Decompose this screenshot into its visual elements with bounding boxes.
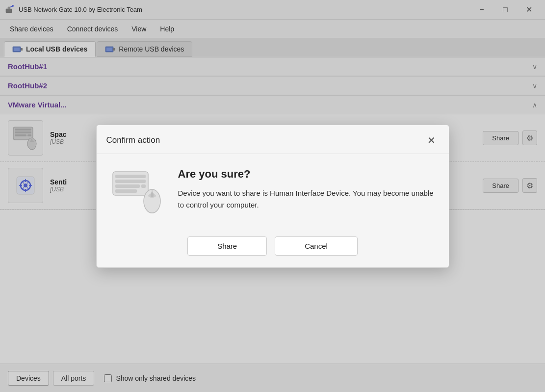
svg-rect-30: [151, 192, 154, 197]
modal-overlay: Confirm action ✕: [0, 0, 545, 392]
modal-header: Confirm action ✕: [97, 125, 449, 154]
modal-footer: Share Cancel: [97, 229, 449, 267]
svg-rect-24: [115, 184, 140, 188]
modal-share-button[interactable]: Share: [187, 236, 267, 256]
svg-rect-22: [115, 175, 146, 178]
confirm-modal: Confirm action ✕: [96, 125, 449, 268]
svg-rect-23: [115, 180, 146, 183]
modal-device-icon: [110, 168, 164, 217]
modal-heading: Are you sure?: [178, 168, 435, 181]
modal-body: Are you sure? Device you want to share i…: [97, 154, 449, 229]
modal-title: Confirm action: [106, 135, 160, 145]
modal-keyboard-mouse-icon: [110, 168, 164, 217]
modal-message: Device you want to share is Human Interf…: [178, 187, 435, 211]
svg-rect-26: [115, 189, 137, 193]
modal-close-button[interactable]: ✕: [424, 133, 439, 148]
modal-cancel-button[interactable]: Cancel: [275, 236, 358, 256]
modal-text-block: Are you sure? Device you want to share i…: [178, 168, 435, 211]
svg-rect-25: [141, 184, 146, 188]
